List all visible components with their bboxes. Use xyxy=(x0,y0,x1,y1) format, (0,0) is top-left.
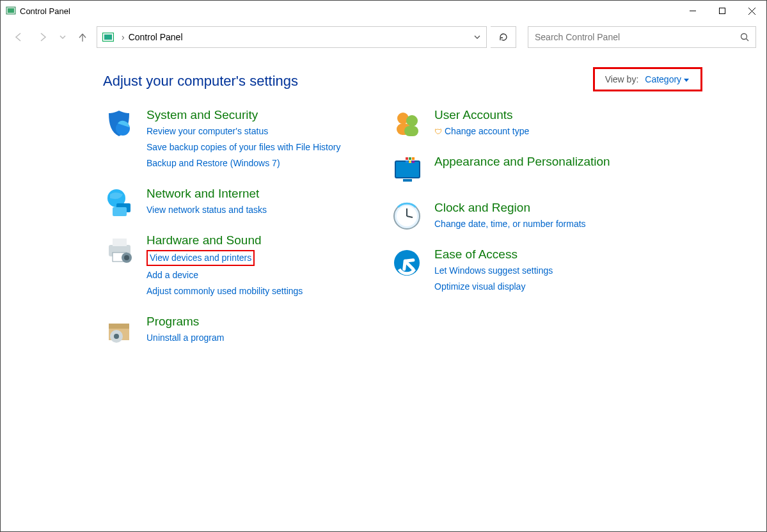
right-column: User AccountsChange account typeAppearan… xyxy=(391,108,660,361)
category-user-accounts: User AccountsChange account type xyxy=(391,108,660,141)
forward-button[interactable] xyxy=(33,27,53,47)
navbar: › Control Panel xyxy=(1,21,766,53)
svg-point-16 xyxy=(124,255,129,260)
maximize-button[interactable] xyxy=(708,1,737,21)
clock-icon xyxy=(391,201,423,233)
svg-rect-30 xyxy=(412,157,415,160)
svg-rect-11 xyxy=(113,207,127,216)
shield-icon xyxy=(103,108,135,140)
monitor-icon xyxy=(391,155,423,187)
category-link[interactable]: Review your computer's status xyxy=(146,125,340,138)
address-dropdown-icon[interactable] xyxy=(473,33,481,41)
category-ease-of-access: Ease of AccessLet Windows suggest settin… xyxy=(391,247,660,296)
category-link[interactable]: Adjust commonly used mobility settings xyxy=(146,285,303,298)
category-appearance-and-personalization: Appearance and Personalization xyxy=(391,155,660,187)
search-bar[interactable] xyxy=(528,26,756,48)
category-link[interactable]: Save backup copies of your files with Fi… xyxy=(146,141,340,154)
category-link[interactable]: Optimize visual display xyxy=(434,280,553,293)
category-title[interactable]: Hardware and Sound xyxy=(146,233,303,247)
category-clock-and-region: Clock and RegionChange date, time, or nu… xyxy=(391,201,660,233)
window-title: Control Panel xyxy=(20,6,70,16)
category-title[interactable]: Network and Internet xyxy=(146,187,267,201)
svg-rect-25 xyxy=(395,161,420,178)
svg-rect-18 xyxy=(109,324,129,329)
view-by-label: View by: xyxy=(605,74,639,84)
up-button[interactable] xyxy=(72,27,93,47)
svg-rect-28 xyxy=(406,157,408,160)
view-by-value: Category xyxy=(645,74,689,84)
svg-rect-33 xyxy=(412,160,415,163)
category-link[interactable]: Let Windows suggest settings xyxy=(434,264,553,278)
category-link[interactable]: Change account type xyxy=(434,125,529,138)
category-columns: System and SecurityReview your computer'… xyxy=(103,108,741,361)
left-column: System and SecurityReview your computer'… xyxy=(103,108,372,361)
category-title[interactable]: System and Security xyxy=(146,108,340,122)
category-title[interactable]: Appearance and Personalization xyxy=(434,155,610,169)
svg-rect-31 xyxy=(406,160,408,163)
users-icon xyxy=(391,108,423,140)
page-title: Adjust your computer's settings xyxy=(103,73,298,90)
content: Adjust your computer's settings View by:… xyxy=(1,53,766,361)
svg-rect-13 xyxy=(113,239,127,246)
category-link[interactable]: View devices and printers xyxy=(146,250,303,266)
svg-line-7 xyxy=(747,39,749,42)
svg-rect-24 xyxy=(404,126,418,136)
window-controls xyxy=(678,1,766,21)
titlebar: Control Panel xyxy=(1,1,766,21)
category-link[interactable]: Backup and Restore (Windows 7) xyxy=(146,157,340,170)
svg-point-6 xyxy=(741,34,747,40)
svg-rect-29 xyxy=(409,157,411,160)
address-bar[interactable]: › Control Panel xyxy=(97,26,487,48)
ease-icon xyxy=(391,247,423,279)
category-link[interactable]: Uninstall a program xyxy=(146,331,224,345)
search-icon xyxy=(740,33,749,42)
address-location: Control Panel xyxy=(129,32,183,42)
svg-rect-27 xyxy=(403,179,412,182)
category-title[interactable]: User Accounts xyxy=(434,108,529,122)
minimize-button[interactable] xyxy=(678,1,708,21)
back-button[interactable] xyxy=(8,27,29,47)
category-hardware-and-sound: Hardware and SoundView devices and print… xyxy=(103,233,372,301)
category-title[interactable]: Programs xyxy=(146,315,224,329)
svg-rect-1 xyxy=(8,8,14,13)
box-icon xyxy=(103,315,135,347)
category-link[interactable]: View network status and tasks xyxy=(146,203,267,217)
svg-point-20 xyxy=(114,334,119,339)
printer-icon xyxy=(103,233,135,265)
svg-rect-32 xyxy=(409,160,411,163)
location-icon xyxy=(102,33,114,42)
refresh-button[interactable] xyxy=(491,26,516,48)
recent-dropdown[interactable] xyxy=(57,27,68,47)
close-button[interactable] xyxy=(737,1,766,21)
category-title[interactable]: Clock and Region xyxy=(434,201,586,215)
chevron-icon: › xyxy=(122,32,125,42)
category-network-and-internet: Network and InternetView network status … xyxy=(103,187,372,219)
category-link[interactable]: Add a device xyxy=(146,269,303,282)
category-programs: ProgramsUninstall a program xyxy=(103,315,372,347)
svg-rect-3 xyxy=(720,8,725,14)
category-link[interactable]: Change date, time, or number formats xyxy=(434,217,586,231)
header-row: Adjust your computer's settings View by:… xyxy=(103,71,741,91)
globe-icon xyxy=(103,187,135,219)
category-title[interactable]: Ease of Access xyxy=(434,247,553,262)
view-by-selector[interactable]: View by: Category xyxy=(593,67,702,91)
search-input[interactable] xyxy=(535,32,740,42)
app-icon xyxy=(6,6,16,16)
category-system-and-security: System and SecurityReview your computer'… xyxy=(103,108,372,173)
